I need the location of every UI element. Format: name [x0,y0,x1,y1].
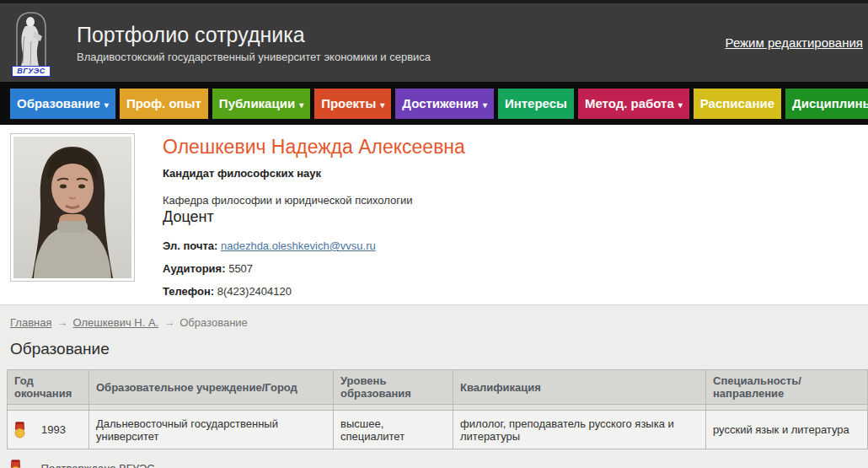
year-value: 1993 [41,423,66,436]
verified-medal-icon [14,422,25,438]
verified-legend-text: — Подтверждено ВГУЭС [27,462,155,468]
cell-institution: Дальневосточный государственный универси… [89,411,334,449]
email-link[interactable]: nadezhda.oleshkevich@vvsu.ru [221,239,376,252]
nav-label: Проекты [321,96,376,110]
col-specialty: Специальность/ направление [706,370,868,405]
cell-level: высшее, специалитет [334,411,453,449]
nav-interests[interactable]: Интересы [498,89,574,119]
nav-label: Публикации [219,96,295,110]
breadcrumb-person[interactable]: Олешкевич Н. А. [72,316,158,329]
portrait-image [13,137,131,278]
table-spacer-row [8,405,868,411]
position: Доцент [163,208,465,226]
page-subtitle: Владивостокский государственный универси… [77,51,431,63]
chevron-down-icon [104,100,109,110]
verified-medal-icon [10,460,21,468]
nav-education[interactable]: Образование [10,89,115,119]
breadcrumb-home[interactable]: Главная [10,316,51,329]
person-name: Олешкевич Надежда Алексеевна [163,136,465,159]
app-header: ВГУЭС Портфолио сотрудника Владивостокск… [0,3,868,82]
education-table: Год окончания Образовательное учреждение… [7,369,868,449]
nav-method-work[interactable]: Метод. работа [578,89,689,119]
nav-label: Проф. опыт [126,96,201,110]
nav-label: Образование [17,96,100,110]
nav-publications[interactable]: Публикации [212,89,310,119]
col-qualification: Квалификация [453,370,706,405]
verified-legend: — Подтверждено ВГУЭС [10,460,868,468]
room-value: 5507 [228,262,253,275]
phone-line: Телефон: 8(423)2404120 [163,285,465,298]
nav-disciplines[interactable]: Дисциплины [785,89,868,119]
table-header-row: Год окончания Образовательное учреждение… [8,370,868,405]
chevron-down-icon [299,100,303,110]
nav-schedule[interactable]: Расписание [694,89,781,119]
chevron-down-icon [380,100,384,110]
nav-label: Интересы [505,96,567,110]
edit-mode-link[interactable]: Режим редактирования [726,35,863,50]
breadcrumb-separator: → [163,316,174,329]
col-year: Год окончания [8,370,89,405]
content-section: Главная→Олешкевич Н. А.→Образование Обра… [0,304,868,468]
breadcrumb-separator: → [56,316,67,329]
nav-projects[interactable]: Проекты [314,89,391,119]
email-line: Эл. почта: nadezhda.oleshkevich@vvsu.ru [163,239,465,252]
cell-year: 1993 [8,411,89,449]
cell-qualification: филолог, преподаватель русского языка и … [453,411,706,449]
chevron-down-icon [678,100,683,110]
phone-label: Телефон: [163,285,214,298]
chevron-down-icon [483,100,487,110]
email-label: Эл. почта: [163,239,217,252]
phone-value: 8(423)2404120 [217,285,292,298]
nav-label: Метод. работа [585,96,674,110]
department: Кафедра философии и юридической психолог… [163,194,465,207]
cell-specialty: русский язык и литература [706,411,868,449]
vvsu-logo[interactable]: ВГУЭС [8,8,54,78]
nav-achievements[interactable]: Достижения [395,89,494,119]
page-title: Портфолио сотрудника [77,22,431,47]
profile-photo [10,133,135,282]
main-nav: Образование Проф. опыт Публикации Проект… [0,82,868,125]
nav-label: Расписание [700,96,774,110]
nav-experience[interactable]: Проф. опыт [120,89,208,119]
breadcrumb-current: Образование [179,316,248,329]
room-label: Аудитория: [163,262,226,275]
room-line: Аудитория: 5507 [163,262,465,275]
profile-section: Олешкевич Надежда Алексеевна Кандидат фи… [0,125,868,304]
breadcrumb: Главная→Олешкевич Н. А.→Образование [0,305,868,329]
academic-degree: Кандидат философских наук [163,167,465,180]
nav-label: Дисциплины [792,96,868,110]
table-row: 1993 Дальневосточный государственный уни… [8,411,868,449]
col-level: Уровень образования [334,370,453,405]
nav-label: Достижения [402,96,479,110]
section-title: Образование [10,340,858,358]
logo-text: ВГУЭС [12,66,51,77]
col-institution: Образовательное учреждение/Город [89,370,334,405]
